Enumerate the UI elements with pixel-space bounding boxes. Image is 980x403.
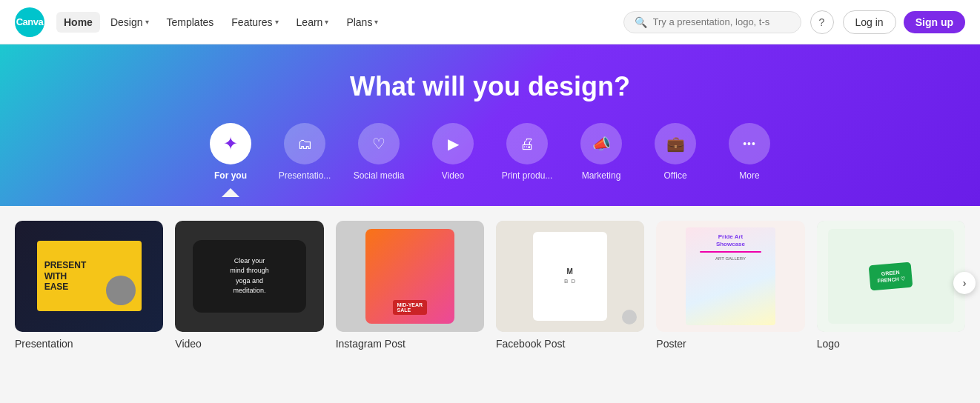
cards-row: PRESENTWITHEASE Presentation Clear yourm… <box>15 221 965 350</box>
category-row: ✦ For you 🗂 Presentatio... ♡ Social medi… <box>15 123 965 206</box>
nav-plans[interactable]: Plans ▾ <box>339 12 385 33</box>
briefcase-icon: 💼 <box>666 135 685 153</box>
card-logo[interactable]: GREENFRENCH ♡ Logo <box>817 221 965 350</box>
presentation-icon: 🗂 <box>297 136 312 153</box>
play-icon: ▶ <box>448 135 459 153</box>
card-label: Video <box>175 338 323 350</box>
heart-icon: ♡ <box>372 135 385 153</box>
category-for-you[interactable]: ✦ For you <box>197 123 264 206</box>
card-thumbnail: MID-YEARSALE <box>336 221 484 332</box>
category-presentations[interactable]: 🗂 Presentatio... <box>271 123 338 206</box>
card-thumbnail: GREENFRENCH ♡ <box>817 221 965 332</box>
category-label: For you <box>214 170 247 182</box>
megaphone-icon: 📣 <box>592 135 611 153</box>
chevron-down-icon: ▾ <box>374 18 378 26</box>
category-label: More <box>739 170 759 182</box>
design-cards-section: PRESENTWITHEASE Presentation Clear yourm… <box>0 206 980 364</box>
card-thumbnail: Clear yourmind throughyoga andmeditation… <box>175 221 323 332</box>
marketing-icon-wrap: 📣 <box>580 123 622 164</box>
category-video[interactable]: ▶ Video <box>420 123 486 206</box>
hero-banner: What will you design? ✦ For you 🗂 Presen… <box>0 44 980 206</box>
login-button[interactable]: Log in <box>843 10 896 34</box>
nav-features[interactable]: Features ▾ <box>224 12 285 33</box>
card-thumbnail: PRESENTWITHEASE <box>15 221 163 332</box>
signup-button[interactable]: Sign up <box>904 11 965 33</box>
card-label: Instagram Post <box>336 338 484 350</box>
search-box[interactable]: 🔍 <box>623 11 801 33</box>
card-poster[interactable]: Pride ArtShowcase ART GALLERY Poster <box>656 221 804 350</box>
video-icon-wrap: ▶ <box>432 123 474 164</box>
help-button[interactable]: ? <box>810 10 834 34</box>
hero-title: What will you design? <box>15 71 965 102</box>
printer-icon: 🖨 <box>520 136 534 153</box>
ellipsis-icon: ••• <box>743 138 756 150</box>
canva-logo[interactable]: Canva <box>15 7 44 37</box>
active-indicator <box>222 188 239 197</box>
active-indicator-wrap <box>222 188 239 197</box>
chevron-right-icon: › <box>963 277 967 289</box>
search-icon: 🔍 <box>635 16 647 28</box>
card-instagram[interactable]: MID-YEARSALE Instagram Post <box>336 221 484 350</box>
category-more[interactable]: ••• More <box>716 123 783 206</box>
card-label: Presentation <box>15 338 163 350</box>
office-icon-wrap: 💼 <box>655 123 696 164</box>
category-print[interactable]: 🖨 Print produ... <box>494 123 560 206</box>
category-label: Presentatio... <box>279 170 331 182</box>
search-input[interactable] <box>653 16 790 27</box>
category-label: Print produ... <box>502 170 553 182</box>
sparkle-icon: ✦ <box>223 133 238 154</box>
more-icon-wrap: ••• <box>729 123 770 164</box>
social-icon-wrap: ♡ <box>358 123 400 164</box>
nav-learn[interactable]: Learn ▾ <box>289 12 337 33</box>
next-arrow-button[interactable]: › <box>953 272 976 294</box>
category-social-media[interactable]: ♡ Social media <box>345 123 412 206</box>
nav-templates[interactable]: Templates <box>159 12 222 33</box>
presentations-icon-wrap: 🗂 <box>284 123 325 164</box>
card-facebook[interactable]: M B D Facebook Post <box>496 221 644 350</box>
for-you-icon-wrap: ✦ <box>210 123 251 164</box>
category-label: Office <box>663 170 686 182</box>
print-icon-wrap: 🖨 <box>506 123 548 164</box>
nav-home[interactable]: Home <box>56 12 100 33</box>
card-thumbnail: Pride ArtShowcase ART GALLERY <box>656 221 804 332</box>
chevron-down-icon: ▾ <box>275 18 279 26</box>
nav-design[interactable]: Design ▾ <box>103 12 156 33</box>
card-video[interactable]: Clear yourmind throughyoga andmeditation… <box>175 221 323 350</box>
navbar: Canva Home Design ▾ Templates Features ▾… <box>0 0 980 44</box>
category-marketing[interactable]: 📣 Marketing <box>568 123 635 206</box>
card-thumbnail: M B D <box>496 221 644 332</box>
chevron-down-icon: ▾ <box>325 18 328 26</box>
card-label: Logo <box>817 338 965 350</box>
card-label: Poster <box>656 338 804 350</box>
category-label: Social media <box>354 170 405 182</box>
card-presentation[interactable]: PRESENTWITHEASE Presentation <box>15 221 163 350</box>
category-label: Video <box>442 170 464 182</box>
category-label: Marketing <box>582 170 621 182</box>
chevron-down-icon: ▾ <box>145 18 149 26</box>
logo-text: Canva <box>16 16 44 27</box>
category-office[interactable]: 💼 Office <box>642 123 709 206</box>
card-label: Facebook Post <box>496 338 644 350</box>
